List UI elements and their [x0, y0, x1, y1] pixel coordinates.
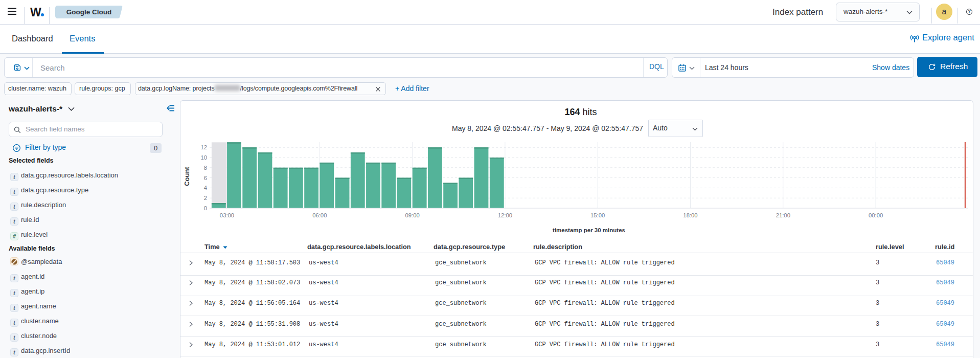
svg-text:00:00: 00:00: [869, 212, 883, 218]
svg-text:timestamp per 30 minutes: timestamp per 30 minutes: [553, 227, 625, 233]
svg-text:2: 2: [204, 195, 207, 201]
svg-text:12:00: 12:00: [498, 212, 512, 218]
svg-text:03:00: 03:00: [220, 212, 234, 218]
svg-text:Count: Count: [183, 167, 191, 186]
svg-text:21:00: 21:00: [776, 212, 790, 218]
svg-text:12: 12: [200, 144, 207, 150]
svg-text:0: 0: [204, 205, 207, 211]
svg-text:6: 6: [204, 175, 207, 181]
svg-text:8: 8: [204, 165, 207, 171]
svg-text:18:00: 18:00: [683, 212, 697, 218]
svg-text:4: 4: [204, 185, 207, 191]
svg-text:06:00: 06:00: [312, 212, 327, 218]
svg-text:09:00: 09:00: [405, 212, 419, 218]
svg-text:15:00: 15:00: [590, 212, 605, 218]
svg-text:10: 10: [200, 154, 207, 161]
